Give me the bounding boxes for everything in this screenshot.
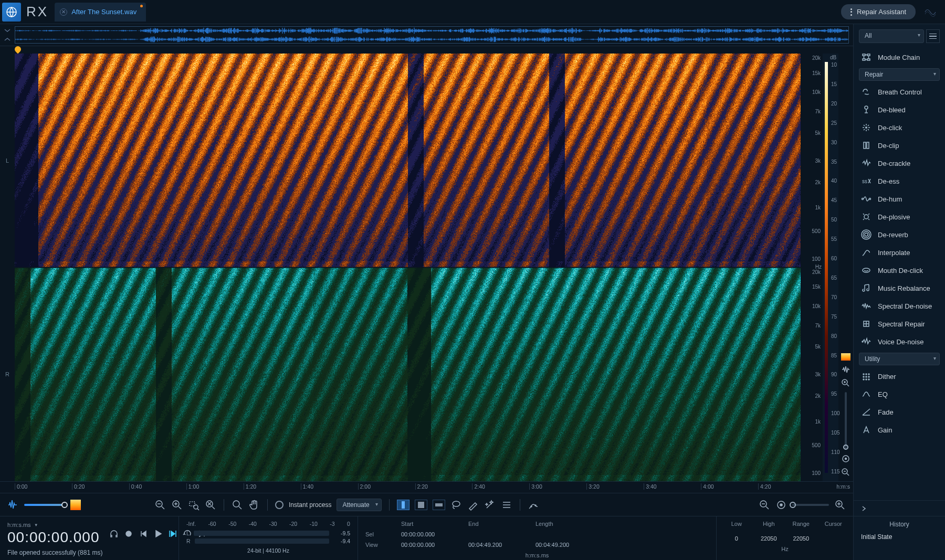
opacity-slider[interactable]	[24, 504, 65, 506]
module-icon	[861, 283, 872, 293]
vertical-zoom-column	[838, 54, 853, 481]
module-voice-de-noise[interactable]: Voice De-noise	[854, 333, 945, 351]
zoom-target-icon[interactable]	[841, 454, 850, 463]
svg-rect-22	[867, 59, 870, 60]
db-scale: dB 1015202530354045505560657075808590951…	[823, 54, 838, 481]
waveform-mode-icon[interactable]	[7, 499, 19, 511]
module-de-hum[interactable]: De-hum	[854, 190, 945, 208]
search-icon[interactable]	[232, 499, 243, 511]
module-interpolate[interactable]: Interpolate	[854, 244, 945, 261]
close-icon[interactable]: ✕	[60, 8, 67, 16]
svg-point-30	[864, 215, 868, 219]
select-freq-tool[interactable]	[433, 500, 445, 510]
module-music-rebalance[interactable]: Music Rebalance	[854, 279, 945, 297]
zoom-out-icon[interactable]	[154, 499, 166, 511]
module-spectral-repair[interactable]: Spectral Repair	[854, 315, 945, 333]
lasso-tool-icon[interactable]	[450, 499, 462, 511]
status-message: File opened successfully (881 ms)	[7, 549, 171, 556]
zoom-fit-icon[interactable]	[205, 499, 216, 511]
svg-point-39	[868, 374, 869, 375]
headphones-icon[interactable]	[109, 529, 119, 538]
module-icon	[861, 389, 872, 399]
module-de-ess[interactable]: ssDe-ess	[854, 172, 945, 190]
playhead-row[interactable]	[0, 46, 853, 54]
module-icon	[861, 122, 872, 133]
svg-point-18	[126, 531, 131, 536]
module-de-bleed[interactable]: De-bleed	[854, 101, 945, 119]
instant-process-checkbox[interactable]	[275, 501, 284, 509]
zoom-out-h-icon[interactable]	[759, 499, 770, 511]
svg-point-32	[863, 231, 869, 238]
record-icon[interactable]	[124, 529, 133, 538]
module-chain-button[interactable]: Module Chain	[854, 48, 945, 66]
zoom-selection-icon[interactable]	[188, 499, 200, 511]
horizontal-zoom-slider[interactable]	[792, 504, 829, 506]
spectrogram-mode-icon[interactable]	[70, 500, 81, 510]
module-menu-icon[interactable]	[926, 29, 940, 43]
module-icon	[861, 158, 872, 168]
overview-collapse-toggle[interactable]	[0, 26, 15, 44]
time-unit-dropdown[interactable]: h:m:s.ms▼	[7, 522, 100, 528]
module-de-click[interactable]: De-click	[854, 119, 945, 136]
svg-rect-25	[864, 142, 866, 149]
svg-point-24	[865, 126, 867, 129]
module-gain[interactable]: Gain	[854, 421, 945, 439]
utility-section-dropdown[interactable]: Utility	[859, 353, 940, 365]
overview-strip[interactable]	[0, 24, 853, 46]
select-timefreq-tool[interactable]	[415, 500, 427, 510]
playhead-marker-icon[interactable]	[14, 45, 23, 54]
file-tab[interactable]: ✕ After The Sunset.wav	[55, 3, 146, 22]
audio-format: 24-bit | 44100 Hz	[186, 547, 350, 554]
history-item[interactable]: Initial State	[861, 533, 938, 541]
module-mouth-de-click[interactable]: Mouth De-click	[854, 261, 945, 279]
module-dither[interactable]: Dither	[854, 367, 945, 385]
module-breath-control[interactable]: Breath Control	[854, 83, 945, 101]
vertical-zoom-slider[interactable]	[845, 392, 847, 450]
svg-rect-21	[863, 59, 865, 60]
harmonics-tool-icon[interactable]	[501, 499, 512, 511]
module-de-plosive[interactable]: De-plosive	[854, 208, 945, 226]
module-icon	[861, 247, 872, 258]
play-selection-icon[interactable]	[168, 529, 177, 538]
svg-point-40	[863, 376, 864, 377]
repair-assistant-label: Repair Assistant	[857, 8, 906, 16]
status-bar: h:m:s.ms▼ 00:00:00.000	[0, 516, 853, 560]
svg-point-11	[453, 501, 460, 506]
hand-tool-icon[interactable]	[248, 499, 260, 511]
module-icon	[861, 319, 872, 329]
svg-point-10	[233, 501, 239, 507]
svg-rect-20	[867, 54, 870, 56]
module-de-reverb[interactable]: De-reverb	[854, 226, 945, 244]
module-icon	[861, 104, 872, 115]
module-eq[interactable]: EQ	[854, 385, 945, 403]
zoom-in-h-icon[interactable]	[834, 499, 846, 511]
repair-section-dropdown[interactable]: Repair	[859, 68, 940, 81]
zoom-out-vert-icon[interactable]	[841, 468, 850, 477]
repair-assistant-button[interactable]: Repair Assistant	[841, 4, 916, 19]
svg-rect-19	[863, 54, 865, 56]
chevron-down-icon	[4, 28, 11, 33]
module-icon	[861, 87, 872, 97]
module-filter-dropdown[interactable]: All	[859, 29, 924, 43]
module-de-crackle[interactable]: De-crackle	[854, 154, 945, 172]
select-time-tool[interactable]	[397, 500, 410, 510]
skip-back-icon[interactable]	[139, 529, 148, 538]
brush-tool-icon[interactable]	[467, 499, 479, 511]
module-de-clip[interactable]: De-clip	[854, 136, 945, 154]
module-spectral-de-noise[interactable]: Spectral De-noise	[854, 297, 945, 315]
spectrogram-view[interactable]	[15, 54, 801, 481]
module-icon	[861, 194, 872, 204]
svg-point-44	[866, 379, 867, 380]
zoom-in-vert-icon[interactable]	[841, 378, 850, 388]
module-fade[interactable]: Fade	[854, 403, 945, 421]
wand-tool-icon[interactable]	[484, 499, 496, 511]
svg-point-43	[863, 379, 864, 380]
zoom-target-h-icon[interactable]	[775, 499, 787, 511]
instant-process-mode-dropdown[interactable]: Attenuate	[337, 499, 381, 511]
svg-point-28	[862, 198, 864, 200]
play-icon[interactable]	[153, 529, 163, 538]
panel-expand-toggle[interactable]	[854, 500, 945, 516]
timeline[interactable]: 0:000:200:401:001:201:402:002:202:403:00…	[0, 481, 853, 493]
zoom-in-icon[interactable]	[171, 499, 183, 511]
stats-tool-icon[interactable]	[528, 499, 539, 511]
